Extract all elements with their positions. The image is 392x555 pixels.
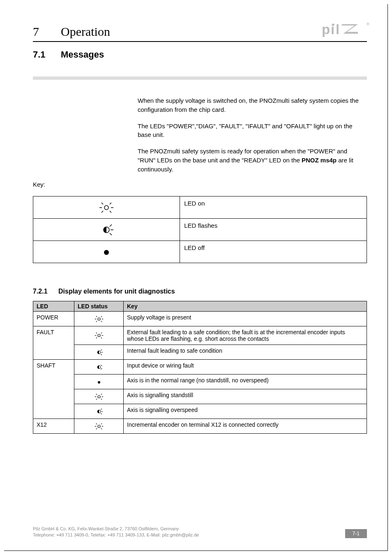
page-number: 7-1 (345, 529, 367, 538)
svg-line-26 (96, 333, 97, 333)
diagnostics-table: LED LED status Key POWER Supply voltage … (33, 301, 367, 434)
legend-text-flashes: LED flashes (180, 219, 367, 241)
svg-point-23 (98, 334, 100, 337)
pilz-logo: p i l ® (322, 21, 367, 39)
svg-line-48 (101, 414, 102, 415)
svg-line-36 (101, 368, 102, 370)
intro-paragraph-1: When the supply voltage is switched on, … (138, 96, 359, 114)
svg-line-27 (101, 333, 101, 333)
diag-row-power: POWER Supply voltage is present (33, 312, 367, 326)
svg-line-52 (96, 423, 97, 424)
svg-line-42 (101, 394, 101, 395)
subsection-number: 7.2.1 (33, 288, 58, 295)
svg-text:p: p (322, 22, 330, 37)
led-flashes-icon (98, 224, 115, 236)
svg-line-55 (101, 428, 101, 429)
legend-text-off: LED off (180, 241, 367, 263)
svg-line-12 (110, 224, 112, 227)
svg-line-41 (96, 394, 97, 395)
led-on-icon (94, 423, 104, 430)
legend-icon-on-cell (33, 197, 180, 219)
svg-line-44 (101, 399, 101, 400)
footer-address: Pilz GmbH & Co. KG, Felix-Wankel-Straße … (33, 526, 199, 538)
power-label: POWER (33, 312, 74, 326)
shaft-desc-2: Axis is in the normal range (no standsti… (124, 375, 367, 389)
footer-line-2: Telephone: +49 711 3409-0, Telefax: +49 … (33, 532, 199, 538)
shaft-status-4 (74, 404, 124, 419)
svg-line-53 (101, 423, 101, 424)
led-on-icon (94, 315, 104, 323)
svg-line-9 (101, 211, 103, 213)
legend-text-on: LED on (180, 197, 367, 219)
chapter-number: 7 (33, 25, 61, 39)
svg-line-31 (101, 349, 102, 351)
led-on-icon (98, 201, 115, 214)
svg-point-16 (98, 318, 100, 320)
power-status (74, 312, 124, 326)
svg-point-15 (104, 250, 109, 255)
p3-product-name: PNOZ ms4p (302, 157, 337, 164)
svg-line-35 (101, 365, 102, 366)
fault-label: FAULT (33, 326, 74, 360)
svg-line-10 (110, 211, 111, 213)
power-desc: Supply voltage is present (124, 312, 367, 326)
registered-mark: ® (367, 22, 369, 26)
led-on-icon (94, 332, 104, 339)
legend-row-flashes: LED flashes (33, 219, 367, 241)
diag-row-shaft-2: Axis is in the normal range (no standsti… (33, 375, 367, 389)
legend-icon-flashes-cell (33, 219, 180, 241)
shaft-status-1 (74, 360, 124, 375)
diag-header-row: LED LED status Key (33, 301, 367, 312)
page-footer: Pilz GmbH & Co. KG, Felix-Wankel-Straße … (33, 526, 367, 538)
legend-icon-off-cell (33, 241, 180, 263)
x12-status (74, 419, 124, 434)
svg-line-19 (96, 316, 97, 317)
svg-line-21 (96, 321, 97, 322)
fault-desc-2: Internal fault leading to safe condition (124, 345, 367, 360)
key-label: Key: (33, 181, 367, 188)
shaft-label: SHAFT (33, 360, 74, 419)
section-heading: 7.1Messages (33, 49, 367, 60)
svg-text:l: l (336, 22, 339, 37)
fault-status-1 (74, 326, 124, 345)
svg-point-2 (332, 23, 334, 26)
svg-line-14 (110, 233, 112, 235)
shaft-desc-1: Input device or wiring fault (124, 360, 367, 375)
led-flashes-icon (94, 408, 104, 415)
divider-bar (33, 76, 367, 80)
diag-row-fault-1: FAULT External fault leading to a safe c… (33, 326, 367, 345)
svg-line-28 (96, 338, 97, 338)
svg-point-38 (98, 395, 100, 398)
diag-row-shaft-1: SHAFT Input device or wiring fault (33, 360, 367, 375)
diag-row-fault-2: Internal fault leading to safe condition (33, 345, 367, 360)
fault-status-2 (74, 345, 124, 360)
header-status: LED status (74, 301, 124, 312)
svg-line-29 (101, 338, 101, 338)
section-number: 7.1 (33, 49, 61, 60)
pilz-logo-icon: p i l (322, 21, 367, 39)
led-flashes-alt-icon (94, 364, 104, 370)
x12-desc: Incremental encoder on terminal X12 is c… (124, 419, 367, 434)
x12-label: X12 (33, 419, 74, 434)
legend-row-on: LED on (33, 197, 367, 219)
svg-point-37 (98, 381, 100, 384)
led-flashes-icon (94, 349, 104, 356)
led-off-icon (102, 249, 111, 256)
svg-line-33 (101, 354, 102, 356)
svg-line-43 (96, 399, 97, 400)
svg-line-20 (101, 316, 101, 317)
subsection-heading: 7.2.1Display elements for unit diagnosti… (33, 288, 367, 295)
legend-row-off: LED off (33, 241, 367, 263)
shaft-desc-4: Axis is signalling overspeed (124, 404, 367, 419)
shaft-status-2 (74, 375, 124, 389)
intro-paragraph-2: The LEDs "POWER","DIAG", "FAULT", "IFAUL… (138, 122, 359, 140)
intro-paragraph-3: The PNOZmulti safety system is ready for… (138, 147, 359, 173)
led-off-icon (97, 380, 101, 385)
fault-desc-1: External fault leading to a safe conditi… (124, 326, 367, 345)
section-title: Messages (61, 49, 104, 60)
page-header: 7Operation p i l ® (33, 21, 367, 42)
header-led: LED (33, 301, 74, 312)
header-key: Key (124, 301, 367, 312)
diag-row-shaft-4: Axis is signalling overspeed (33, 404, 367, 419)
svg-point-49 (98, 425, 100, 428)
